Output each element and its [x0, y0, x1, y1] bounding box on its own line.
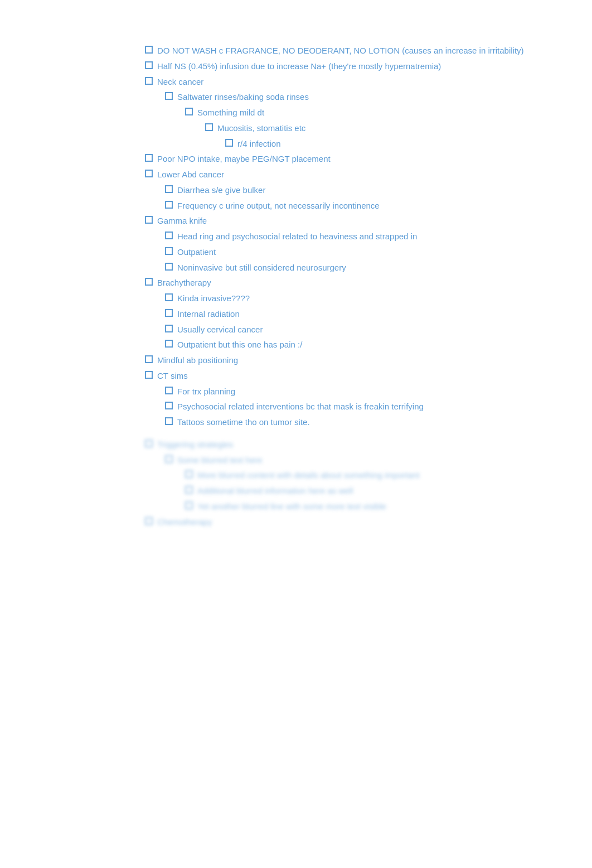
checkbox-icon [185, 486, 193, 494]
list-item: Poor NPO intake, maybe PEG/NGT placement [145, 153, 559, 165]
item-text: Triggering strategies [157, 438, 559, 451]
checkbox-icon[interactable] [165, 247, 173, 255]
checkbox-icon[interactable] [205, 123, 213, 131]
item-text: Mucositis, stomatitis etc [217, 122, 559, 134]
list-item: Neck cancer [145, 76, 559, 88]
checkbox-icon [165, 455, 173, 463]
list-item: Chemotherapy [145, 516, 559, 528]
checkbox-icon[interactable] [165, 402, 173, 409]
blurred-checklist: Triggering strategiesSome blurred text h… [145, 438, 559, 528]
list-item: Frequency c urine output, not necessaril… [145, 200, 559, 212]
checkbox-icon[interactable] [165, 201, 173, 209]
checkbox-icon[interactable] [165, 293, 173, 301]
list-item: Lower Abd cancer [145, 168, 559, 181]
checkbox-icon[interactable] [165, 263, 173, 271]
list-item: Brachytherapy [145, 277, 559, 289]
checkbox-icon[interactable] [145, 154, 153, 162]
item-text: Mindful ab positioning [157, 354, 559, 367]
item-text: Saltwater rinses/baking soda rinses [177, 91, 559, 103]
list-item: Additional blurred information here as w… [145, 485, 559, 497]
item-text: CT sims [157, 370, 559, 382]
checkbox-icon[interactable] [165, 232, 173, 239]
checkbox-icon[interactable] [165, 92, 173, 100]
checkbox-icon[interactable] [145, 371, 153, 379]
item-text: Outpatient but this one has pain :/ [177, 339, 559, 351]
item-text: Psychosocial related interventions bc th… [177, 401, 559, 413]
checkbox-icon[interactable] [145, 216, 153, 224]
checkbox-icon[interactable] [145, 170, 153, 177]
list-item: Noninvasive but still considered neurosu… [145, 262, 559, 274]
item-text: Poor NPO intake, maybe PEG/NGT placement [157, 153, 559, 165]
item-text: Head ring and psychosocial related to he… [177, 230, 559, 243]
checkbox-icon[interactable] [165, 417, 173, 425]
checkbox-icon[interactable] [145, 355, 153, 363]
checkbox-icon [145, 440, 153, 447]
list-item: Outpatient but this one has pain :/ [145, 339, 559, 351]
checkbox-icon[interactable] [145, 77, 153, 85]
list-item: Mindful ab positioning [145, 354, 559, 367]
list-item: Outpatient [145, 246, 559, 258]
list-item: Yet another blurred line with some more … [145, 500, 559, 513]
item-text: Brachytherapy [157, 277, 559, 289]
checkbox-icon[interactable] [165, 309, 173, 317]
checkbox-icon[interactable] [225, 139, 233, 147]
list-item: Half NS (0.45%) infusion due to increase… [145, 60, 559, 73]
item-text: Something mild dt [197, 107, 559, 119]
item-text: r/4 infection [237, 138, 559, 150]
item-text: Internal radiation [177, 308, 559, 320]
checkbox-icon[interactable] [165, 340, 173, 348]
list-item: Internal radiation [145, 308, 559, 320]
checkbox-icon[interactable] [145, 278, 153, 286]
list-item: Some blurred text here [145, 454, 559, 466]
item-text: Yet another blurred line with some more … [197, 500, 559, 513]
list-item: More blurred content with details about … [145, 469, 559, 481]
item-text: Usually cervical cancer [177, 324, 559, 336]
item-text: Some blurred text here [177, 454, 559, 466]
item-text: Chemotherapy [157, 516, 559, 528]
item-text: Gamma knife [157, 215, 559, 227]
list-item: Gamma knife [145, 215, 559, 227]
list-item: DO NOT WASH c FRAGRANCE, NO DEODERANT, N… [145, 45, 559, 57]
item-text: Outpatient [177, 246, 559, 258]
list-item: Kinda invasive???? [145, 292, 559, 305]
list-item: Head ring and psychosocial related to he… [145, 230, 559, 243]
list-item: Triggering strategies [145, 438, 559, 451]
list-item: r/4 infection [145, 138, 559, 150]
item-text: Diarrhea s/e give bulker [177, 184, 559, 196]
item-text: Half NS (0.45%) infusion due to increase… [157, 60, 559, 73]
main-checklist: DO NOT WASH c FRAGRANCE, NO DEODERANT, N… [145, 45, 559, 428]
list-item: Usually cervical cancer [145, 324, 559, 336]
checkbox-icon [185, 470, 193, 478]
checkbox-icon[interactable] [145, 46, 153, 54]
list-item: For trx planning [145, 385, 559, 398]
list-item: Diarrhea s/e give bulker [145, 184, 559, 196]
list-item: Something mild dt [145, 107, 559, 119]
checkbox-icon [185, 501, 193, 509]
item-text: For trx planning [177, 385, 559, 398]
item-text: Tattoos sometime tho on tumor site. [177, 416, 559, 428]
item-text: Noninvasive but still considered neurosu… [177, 262, 559, 274]
item-text: Neck cancer [157, 76, 559, 88]
item-text: Kinda invasive???? [177, 292, 559, 305]
item-text: Lower Abd cancer [157, 168, 559, 181]
item-text: DO NOT WASH c FRAGRANCE, NO DEODERANT, N… [157, 45, 559, 57]
item-text: Additional blurred information here as w… [197, 485, 559, 497]
list-item: Mucositis, stomatitis etc [145, 122, 559, 134]
item-text: More blurred content with details about … [197, 469, 559, 481]
item-text: Frequency c urine output, not necessaril… [177, 200, 559, 212]
list-item: CT sims [145, 370, 559, 382]
checkbox-icon[interactable] [145, 61, 153, 69]
list-item: Tattoos sometime tho on tumor site. [145, 416, 559, 428]
list-item: Psychosocial related interventions bc th… [145, 401, 559, 413]
checkbox-icon[interactable] [185, 108, 193, 115]
checkbox-icon[interactable] [165, 325, 173, 332]
checkbox-icon[interactable] [165, 387, 173, 394]
checkbox-icon[interactable] [165, 185, 173, 193]
checkbox-icon [145, 517, 153, 525]
list-item: Saltwater rinses/baking soda rinses [145, 91, 559, 103]
